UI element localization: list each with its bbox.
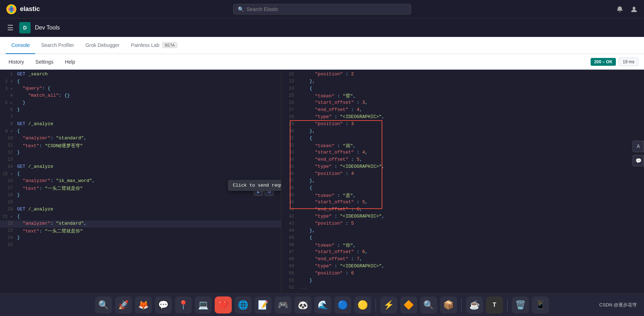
right-float-panel: A 💬 xyxy=(633,141,644,166)
response-line: 52 ... xyxy=(281,284,644,291)
dock-control[interactable]: 📱 xyxy=(532,296,549,314)
editor-line: 6 } xyxy=(0,107,281,114)
editor-panel[interactable]: 1 GET _search 2 ▾ { 3 ▾ "query": { 4 "ma… xyxy=(0,70,281,299)
response-line: 49 "type" : "<IDEOGRAPHIC>", xyxy=(281,263,644,270)
settings-button[interactable]: Settings xyxy=(33,58,57,66)
response-line: 40 "start_offset" : 5, xyxy=(281,199,644,206)
editor-line: 18 } xyxy=(0,192,281,199)
dock-search[interactable]: 🔍 xyxy=(420,296,437,314)
dock-separator xyxy=(376,299,376,311)
dock-java[interactable]: ☕ xyxy=(466,296,483,314)
dock-app7[interactable]: 🔵 xyxy=(334,296,351,314)
status-badge: 200 – OK xyxy=(591,58,616,66)
response-line: 36 "position" : 4 xyxy=(281,171,644,178)
dock-chrome[interactable]: 🌐 xyxy=(235,296,252,314)
response-line: 50 "position" : 6 xyxy=(281,270,644,277)
dock-typora[interactable]: T xyxy=(486,296,503,314)
editor-line: 10 "analyzer": "standard", xyxy=(0,135,281,142)
editor-line: 24 } xyxy=(0,235,281,242)
response-content[interactable]: 22 "position" : 2 23 }, 24 { 25 "token" … xyxy=(281,70,644,299)
editor-line: 23 "text": "一头二臂就是你" xyxy=(0,227,281,235)
response-line: 22 "position" : 2 xyxy=(281,71,644,78)
response-line: 43 "position" : 5 xyxy=(281,220,644,227)
dock-firefox[interactable]: 🦊 xyxy=(135,296,152,314)
dock-game[interactable]: 🎮 xyxy=(274,296,292,314)
response-line: 33 "start_offset" : 4, xyxy=(281,149,644,156)
response-line: 28 "type" : "<IDEOGRAPHIC>", xyxy=(281,114,644,121)
editor-line-highlighted: 22 "analyzer": "standard", xyxy=(0,220,281,227)
menu-toggle[interactable]: ☰ xyxy=(6,22,15,33)
response-line: 51 } xyxy=(281,277,644,284)
accessibility-button[interactable]: A xyxy=(633,141,644,152)
response-line: 46 "token" : "你", xyxy=(281,242,644,249)
response-line: 29 "position" : 3 xyxy=(281,121,644,128)
editor-line: 14 GET /_analyze xyxy=(0,164,281,171)
response-line: 34 "end_offset" : 5, xyxy=(281,156,644,164)
response-line: 32 "token" : "就", xyxy=(281,142,644,149)
dock-username: CSDN @逐步花穹 xyxy=(599,302,637,308)
app-title: Dev Tools xyxy=(35,25,60,31)
response-line: 45 { xyxy=(281,235,644,242)
tab-bar: Console Search Profiler Grok Debugger Pa… xyxy=(0,37,644,54)
editor-line: 13 xyxy=(0,156,281,164)
main-content: 1 GET _search 2 ▾ { 3 ▾ "query": { 4 "ma… xyxy=(0,70,644,299)
response-line: 25 "token" : "臂", xyxy=(281,92,644,100)
dock-app11[interactable]: 📦 xyxy=(440,296,457,314)
dock-separator-3 xyxy=(507,299,508,311)
dock-app10[interactable]: 🔶 xyxy=(400,296,417,314)
response-line: 37 }, xyxy=(281,178,644,185)
editor-line: 5 ▸ } xyxy=(0,100,281,107)
dock-wechat[interactable]: 💬 xyxy=(155,296,172,314)
dock-pycharm[interactable]: 💻 xyxy=(195,296,212,314)
editor-line: 3 ▾ "query": { xyxy=(0,85,281,92)
elastic-logo[interactable]: elastic xyxy=(6,4,40,15)
dock-bar: 🔍 🚀 🦊 💬 📍 💻 ❤️ 🌐 📝 🎮 🐼 🌊 🔵 🟡 ⚡ 🔶 🔍 📦 ☕ T… xyxy=(0,293,644,316)
response-line: 31 { xyxy=(281,135,644,142)
app-bar: ☰ D Dev Tools xyxy=(0,18,644,37)
dock-panda[interactable]: 🐼 xyxy=(294,296,311,314)
editor-line: 8 GET /_analyze xyxy=(0,121,281,128)
editor-line: 1 GET _search xyxy=(0,71,281,78)
app-icon: D xyxy=(19,22,31,33)
tab-console[interactable]: Console xyxy=(6,37,35,54)
tab-grok-debugger[interactable]: Grok Debugger xyxy=(80,37,125,54)
response-line: 47 "start_offset" : 6, xyxy=(281,249,644,256)
response-line: 23 }, xyxy=(281,78,644,85)
svg-point-3 xyxy=(10,8,13,11)
beta-badge: BETA xyxy=(162,42,177,48)
editor-line: 9 ▾ { xyxy=(0,128,281,135)
send-request-tooltip: Click to send request xyxy=(228,180,281,191)
tab-painless-lab[interactable]: Painless Lab BETA xyxy=(125,37,183,54)
editor-line: 15 ▾ { xyxy=(0,171,281,178)
editor-line: 4 "match_all": {} xyxy=(0,92,281,100)
dock-app8[interactable]: 🟡 xyxy=(354,296,371,314)
top-bar: elastic 🔍 Search Elastic xyxy=(0,0,644,18)
response-line: 35 "type" : "<IDEOGRAPHIC>", xyxy=(281,164,644,171)
dock-edge[interactable]: 🌊 xyxy=(314,296,331,314)
editor-line: 2 ▾ { xyxy=(0,78,281,85)
dock-trash[interactable]: 🗑️ xyxy=(512,296,529,314)
dock-word[interactable]: 📝 xyxy=(255,296,272,314)
help-button[interactable]: Help xyxy=(62,58,78,66)
history-button[interactable]: History xyxy=(6,58,27,66)
editor-line: 25 xyxy=(0,242,281,249)
dock-launchpad[interactable]: 🚀 xyxy=(115,296,132,314)
global-search[interactable]: 🔍 Search Elastic xyxy=(233,4,411,15)
notifications-icon[interactable] xyxy=(616,5,624,14)
dock-finder[interactable]: 🔍 xyxy=(95,296,112,314)
editor-line: 19 xyxy=(0,199,281,206)
user-icon[interactable] xyxy=(630,5,638,14)
response-line: 24 { xyxy=(281,85,644,92)
dock-separator-2 xyxy=(461,299,462,311)
response-line: 39 "token" : "是", xyxy=(281,192,644,199)
response-line: 44 }, xyxy=(281,227,644,235)
response-panel[interactable]: 22 "position" : 2 23 }, 24 { 25 "token" … xyxy=(281,70,644,299)
response-line: 26 "start_offset" : 3, xyxy=(281,100,644,107)
dock-maps[interactable]: 📍 xyxy=(175,296,192,314)
toolbar: History Settings Help 200 – OK 19 ms xyxy=(0,54,644,70)
tab-search-profiler[interactable]: Search Profiler xyxy=(35,37,80,54)
dock-app5[interactable]: ❤️ xyxy=(215,296,232,314)
dock-sublimetext[interactable]: ⚡ xyxy=(380,296,397,314)
chat-button[interactable]: 💬 xyxy=(633,155,644,166)
search-icon: 🔍 xyxy=(238,6,244,12)
